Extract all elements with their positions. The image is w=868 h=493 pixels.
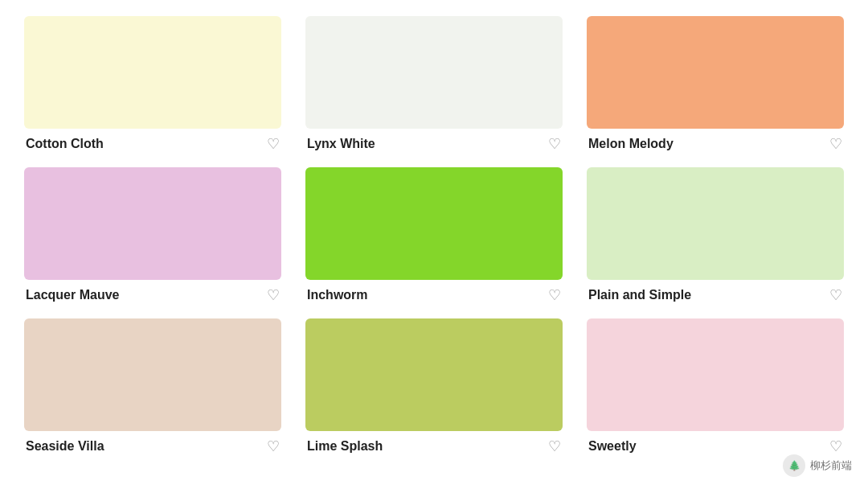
color-swatch-inchworm (305, 167, 563, 280)
color-name-melon-melody: Melon Melody (588, 137, 674, 151)
heart-icon-cotton-cloth[interactable]: ♡ (267, 137, 280, 151)
color-card-plain-and-simple: Plain and Simple♡ (587, 167, 844, 302)
heart-icon-lynx-white[interactable]: ♡ (548, 137, 561, 151)
heart-icon-seaside-villa[interactable]: ♡ (267, 439, 280, 454)
color-swatch-plain-and-simple (587, 167, 844, 280)
color-swatch-melon-melody (587, 16, 844, 129)
color-footer-melon-melody: Melon Melody♡ (587, 137, 844, 151)
color-name-lacquer-mauve: Lacquer Mauve (26, 288, 119, 302)
color-footer-lime-splash: Lime Splash♡ (305, 439, 563, 454)
color-footer-sweetly: Sweetly♡ (587, 439, 844, 454)
color-card-seaside-villa: Seaside Villa♡ (24, 318, 281, 454)
color-card-melon-melody: Melon Melody♡ (587, 16, 844, 151)
color-name-lynx-white: Lynx White (307, 137, 375, 151)
color-card-lime-splash: Lime Splash♡ (305, 318, 563, 454)
color-footer-lacquer-mauve: Lacquer Mauve♡ (24, 288, 281, 302)
color-footer-plain-and-simple: Plain and Simple♡ (587, 288, 844, 302)
color-name-inchworm: Inchworm (307, 288, 368, 302)
color-footer-lynx-white: Lynx White♡ (305, 137, 563, 151)
watermark-icon: 🌲 (783, 454, 805, 477)
color-swatch-cotton-cloth (24, 16, 281, 129)
color-swatch-lacquer-mauve (24, 167, 281, 280)
heart-icon-melon-melody[interactable]: ♡ (829, 137, 842, 151)
color-swatch-lime-splash (305, 318, 563, 431)
color-swatch-lynx-white (305, 16, 563, 129)
heart-icon-lacquer-mauve[interactable]: ♡ (267, 288, 280, 302)
color-name-seaside-villa: Seaside Villa (26, 439, 104, 454)
color-card-inchworm: Inchworm♡ (305, 167, 563, 302)
color-card-lynx-white: Lynx White♡ (305, 16, 563, 151)
color-card-sweetly: Sweetly♡ (587, 318, 844, 454)
color-card-lacquer-mauve: Lacquer Mauve♡ (24, 167, 281, 302)
heart-icon-sweetly[interactable]: ♡ (829, 439, 842, 454)
color-footer-inchworm: Inchworm♡ (305, 288, 563, 302)
color-card-cotton-cloth: Cotton Cloth♡ (24, 16, 281, 151)
color-name-plain-and-simple: Plain and Simple (588, 288, 691, 302)
color-name-lime-splash: Lime Splash (307, 439, 383, 454)
color-grid: Cotton Cloth♡Lynx White♡Melon Melody♡Lac… (24, 16, 844, 454)
heart-icon-inchworm[interactable]: ♡ (548, 288, 561, 302)
color-footer-cotton-cloth: Cotton Cloth♡ (24, 137, 281, 151)
color-name-sweetly: Sweetly (588, 439, 637, 454)
heart-icon-plain-and-simple[interactable]: ♡ (829, 288, 842, 302)
watermark-text: 柳杉前端 (810, 458, 852, 473)
watermark: 🌲 柳杉前端 (783, 454, 852, 477)
color-footer-seaside-villa: Seaside Villa♡ (24, 439, 281, 454)
color-name-cotton-cloth: Cotton Cloth (26, 137, 104, 151)
color-swatch-seaside-villa (24, 318, 281, 431)
color-swatch-sweetly (587, 318, 844, 431)
heart-icon-lime-splash[interactable]: ♡ (548, 439, 561, 454)
